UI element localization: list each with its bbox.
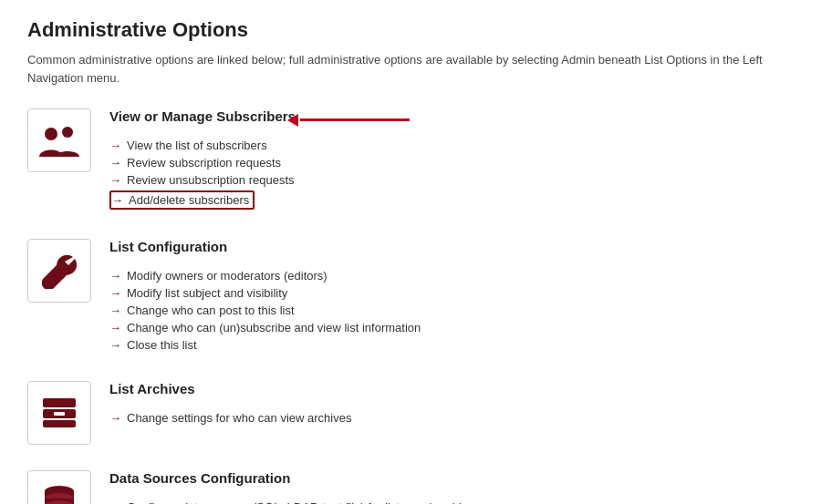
arrow-head (287, 114, 298, 127)
modify-subject-link[interactable]: Modify list subject and visibility (127, 286, 287, 300)
modify-owners-link[interactable]: Modify owners or moderators (editors) (127, 269, 327, 283)
subscribers-links: → View the list of subscribers → Review … (109, 139, 794, 210)
list-item: → Review unsubscription requests (109, 173, 794, 187)
list-config-title-row: List Configuration (109, 239, 794, 262)
list-item: → Change who can post to this list (109, 303, 794, 317)
data-sources-links: → Configure data sources (SQL, LDAP, tex… (109, 500, 794, 504)
data-sources-title-row: Data Sources Configuration (109, 470, 794, 493)
highlighted-add-delete: → Add/delete subscribers (109, 190, 255, 210)
section-list-archives: List Archives → Change settings for who … (27, 381, 794, 445)
svg-rect-4 (54, 412, 65, 416)
arrow-bullet-icon: → (109, 173, 121, 187)
configure-data-sources-link[interactable]: Configure data sources (SQL, LDAP, text … (127, 500, 468, 504)
section-data-sources: Data Sources Configuration → Configure d… (27, 470, 794, 504)
arrow-bullet-icon: → (111, 193, 123, 207)
data-sources-content: Data Sources Configuration → Configure d… (109, 470, 794, 504)
arrow-bullet-icon: → (109, 500, 121, 504)
list-archives-icon-box (27, 381, 91, 445)
section-list-config: List Configuration → Modify owners or mo… (27, 239, 794, 355)
list-archives-title-row: List Archives (109, 381, 794, 404)
arrow-line (300, 118, 410, 121)
arrow-bullet-icon: → (109, 139, 121, 152)
data-sources-title: Data Sources Configuration (109, 470, 290, 486)
subscribers-icon-box (27, 108, 91, 172)
change-post-link[interactable]: Change who can post to this list (127, 303, 295, 317)
page-title: Administrative Options (27, 18, 794, 42)
review-unsubscription-link[interactable]: Review unsubscription requests (127, 173, 295, 187)
subscribers-content: View or Manage Subscribers → View the li… (109, 108, 794, 213)
svg-point-0 (45, 128, 57, 140)
data-sources-icon-box (27, 470, 91, 504)
arrow-annotation (287, 114, 410, 127)
list-item: → Modify list subject and visibility (109, 286, 794, 300)
list-item: → Review subscription requests (109, 156, 794, 170)
list-config-icon (41, 252, 78, 289)
view-subscribers-link[interactable]: View the list of subscribers (127, 139, 267, 152)
add-delete-subscribers-link[interactable]: Add/delete subscribers (129, 193, 249, 207)
list-archives-links: → Change settings for who can view archi… (109, 411, 794, 425)
subscribers-icon (39, 122, 79, 159)
list-item: → Close this list (109, 338, 794, 352)
section-subscribers: View or Manage Subscribers → View the li… (27, 108, 794, 213)
list-archives-icon (41, 396, 78, 429)
arrow-bullet-icon: → (109, 321, 121, 334)
svg-rect-5 (43, 420, 76, 427)
list-config-icon-box (27, 239, 91, 303)
page-description: Common administrative options are linked… (27, 51, 794, 87)
list-archives-content: List Archives → Change settings for who … (109, 381, 794, 428)
data-sources-icon (41, 484, 78, 504)
close-list-link[interactable]: Close this list (127, 338, 197, 352)
arrow-bullet-icon: → (109, 286, 121, 300)
svg-point-1 (62, 127, 73, 138)
arrow-bullet-icon: → (109, 303, 121, 317)
list-archives-title: List Archives (109, 381, 195, 396)
list-item: → Change who can (un)subscribe and view … (109, 321, 794, 334)
arrow-bullet-icon: → (109, 156, 121, 170)
arrow-bullet-icon: → (109, 411, 121, 425)
svg-rect-2 (43, 398, 76, 407)
list-config-links: → Modify owners or moderators (editors) … (109, 269, 794, 352)
list-config-title: List Configuration (109, 239, 227, 254)
subscribers-title-row: View or Manage Subscribers (109, 108, 794, 131)
list-item: → Add/delete subscribers (109, 190, 794, 210)
subscribers-title: View or Manage Subscribers (109, 108, 296, 124)
list-config-content: List Configuration → Modify owners or mo… (109, 239, 794, 355)
change-archives-link[interactable]: Change settings for who can view archive… (127, 411, 351, 425)
list-item: → Configure data sources (SQL, LDAP, tex… (109, 500, 794, 504)
list-item: → Modify owners or moderators (editors) (109, 269, 794, 283)
review-subscription-link[interactable]: Review subscription requests (127, 156, 281, 170)
list-item: → View the list of subscribers (109, 139, 794, 152)
arrow-bullet-icon: → (109, 338, 121, 352)
list-item: → Change settings for who can view archi… (109, 411, 794, 425)
change-subscribe-link[interactable]: Change who can (un)subscribe and view li… (127, 321, 421, 334)
arrow-bullet-icon: → (109, 269, 121, 283)
